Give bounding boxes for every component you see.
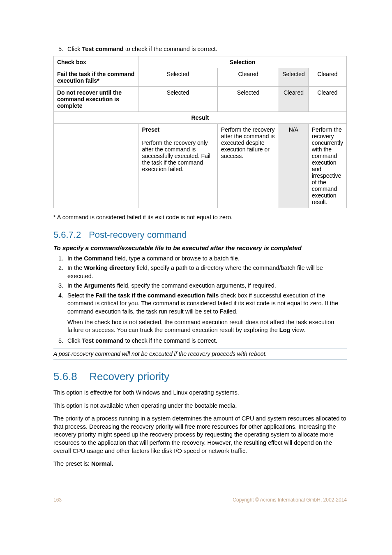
top-step-list: Click Test command to check if the comma… (53, 45, 347, 53)
post-recovery-steps: In the Command field, type a command or … (53, 255, 347, 345)
step-5-top-c: to check if the command is correct. (124, 46, 217, 52)
step-4: Select the Fail the task if the command … (65, 292, 347, 334)
row3-c2: Perform the recovery after the command i… (217, 123, 279, 208)
s3b: Arguments (84, 282, 115, 289)
p4b: Normal. (91, 460, 113, 467)
s1a: In the (67, 255, 84, 262)
step-5-top: Click Test command to check if the comma… (65, 45, 347, 53)
heading-recovery-priority: 5.6.8 Recovery priority (53, 370, 347, 383)
row3-c4: Perform the recovery concurrently with t… (308, 123, 346, 208)
s1c: field, type a command or browse to a bat… (113, 255, 240, 262)
table-row: Do not recover until the command executi… (54, 86, 347, 111)
row3-empty (54, 123, 138, 208)
h2-title: Recovery priority (89, 370, 169, 383)
table-row: Preset Perform the recovery only after t… (54, 123, 347, 208)
para-1: This option is effective for both Window… (53, 389, 347, 397)
row3-c1-text: Perform the recovery only after the comm… (142, 139, 210, 172)
s4bb: Log (279, 327, 291, 333)
page-body: Click Test command to check if the comma… (0, 0, 392, 527)
table-head-row: Check box Selection (54, 56, 347, 68)
s1b: Command (84, 255, 113, 262)
row1-c3: Selected (279, 68, 308, 86)
step-1: In the Command field, type a command or … (65, 255, 347, 263)
selection-table: Check box Selection Fail the task if the… (53, 56, 347, 208)
row1-label: Fail the task if the command execution f… (54, 68, 138, 86)
page-number: 163 (53, 497, 62, 503)
para-2: This option is not available when operat… (53, 402, 347, 410)
table-row: Fail the task if the command execution f… (54, 68, 347, 86)
row1-c1: Selected (138, 68, 217, 86)
row2-label: Do not recover until the command executi… (54, 86, 138, 111)
copyright: Copyright © Acronis International GmbH, … (233, 497, 347, 503)
step-4-sub: When the check box is not selected, the … (67, 318, 347, 334)
row2-c3: Cleared (279, 86, 308, 111)
step-5-top-a: Click (67, 46, 82, 52)
row2-c2: Selected (217, 86, 279, 111)
s3a: In the (67, 282, 84, 289)
step-3: In the Arguments field, specify the comm… (65, 282, 347, 290)
s5c: to check if the command is correct. (124, 337, 217, 344)
s2b: Working directory (84, 265, 135, 271)
s4a: Select the (67, 292, 96, 299)
h3-title: Post-recovery command (89, 230, 187, 240)
para-4: The preset is: Normal. (53, 460, 347, 468)
s5a: Click (67, 337, 82, 344)
s4b: Fail the task if the command execution f… (96, 292, 219, 299)
h2-num: 5.6.8 (53, 370, 86, 383)
step-5-top-b: Test command (82, 46, 123, 52)
result-head: Result (54, 111, 347, 123)
row2-c1: Selected (138, 86, 217, 111)
page-footer: 163 Copyright © Acronis International Gm… (53, 497, 347, 503)
s2a: In the (67, 265, 84, 271)
h3-num: 5.6.7.2 (53, 230, 86, 240)
step-2: In the Working directory field, specify … (65, 264, 347, 280)
row1-c2: Cleared (217, 68, 279, 86)
row3-c3: N/A (279, 123, 308, 208)
heading-post-recovery: 5.6.7.2 Post-recovery command (53, 230, 347, 240)
footnote: * A command is considered failed if its … (53, 214, 347, 221)
s3c: field, specify the command execution arg… (115, 282, 276, 289)
note-box: A post-recovery command will not be exec… (53, 348, 347, 360)
row2-c4: Cleared (308, 86, 346, 111)
s5b: Test command (82, 337, 123, 344)
row3-c1-bold: Preset (142, 126, 159, 133)
result-head-row: Result (54, 111, 347, 123)
row1-c4: Cleared (308, 68, 346, 86)
para-3: The priority of a process running in a s… (53, 415, 347, 455)
row3-c1: Preset Perform the recovery only after t… (138, 123, 217, 208)
p4a: The preset is: (53, 460, 91, 467)
th-checkbox: Check box (54, 56, 138, 68)
lead-sentence: To specify a command/executable file to … (53, 244, 347, 251)
step-5: Click Test command to check if the comma… (65, 337, 347, 345)
s4bc: view. (290, 327, 305, 333)
th-selection: Selection (138, 56, 347, 68)
